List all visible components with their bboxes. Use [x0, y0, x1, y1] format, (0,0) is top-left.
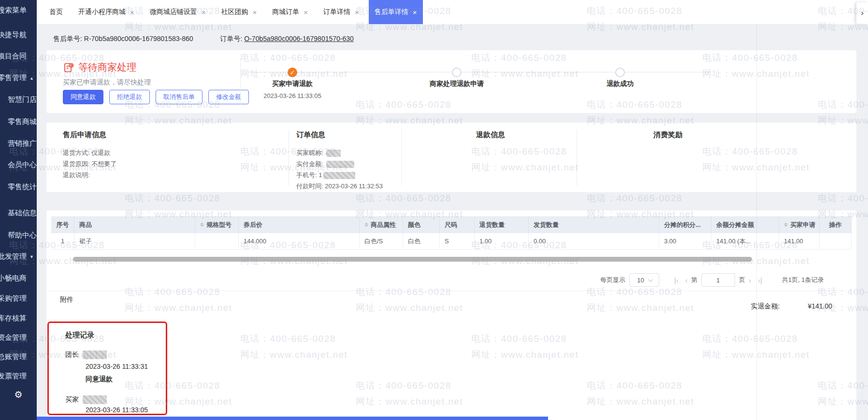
tab-label: 售后单详情	[375, 8, 408, 16]
tab-7[interactable]: 售后单详情×	[369, 0, 423, 24]
per-page-select[interactable]: 10	[629, 273, 659, 287]
sidebar-item-5[interactable]: 智慧门店	[8, 95, 37, 104]
step-time: 2023-03-26 11:33:05	[220, 92, 365, 99]
info-field: 退货方式: 仅退款	[63, 147, 116, 158]
sidebar-item-8[interactable]: 会员中心	[8, 160, 37, 169]
sidebar-item-1[interactable]: 搜索菜单	[0, 6, 27, 15]
page-prefix: 第	[691, 276, 697, 284]
sidebar-item-16[interactable]: 资金管理	[0, 333, 27, 342]
table-cell: 白色/S	[360, 233, 403, 250]
info-field-value: 仅退款	[91, 149, 110, 156]
content-edge-line	[756, 24, 757, 420]
column-header-label: 商品	[79, 221, 92, 229]
sidebar: ⚙ 搜索菜单快捷导航项目合同零售管理▲智慧门店零售商城营销推广会员中心零售统计基…	[0, 0, 37, 420]
close-icon[interactable]: ×	[304, 9, 308, 16]
sidebar-item-7[interactable]: 营销推广	[8, 139, 37, 148]
info-field-label: 付款时间:	[296, 182, 325, 190]
close-icon[interactable]: ×	[413, 9, 417, 16]
info-section-1: 售后申请信息退货方式: 仅退款退货原因: 不想要了退款说明:	[63, 130, 116, 181]
sidebar-item-3[interactable]: 项目合同	[0, 52, 27, 61]
column-header-8: 退货数量	[475, 216, 529, 233]
order-header: 售后单号: R-70b5a980c0006-1679801583-860 订单号…	[53, 35, 354, 43]
sidebar-item-label: 小畅电商	[0, 274, 27, 282]
column-header-label: 退货数量	[479, 221, 505, 229]
process-log-highlight-box: 处理记录 团长2023-03-26 11:33:31同意退款买家2023-03-…	[47, 322, 167, 415]
sidebar-item-4[interactable]: 零售管理▲	[0, 73, 34, 83]
column-header-12[interactable]: 买家申请	[779, 216, 820, 233]
column-header-11: 余额分摊金额	[711, 216, 779, 233]
tab-bar: 首页开通小程序商城×微商城店铺设置×社区团购×商城订单×订单详情×售后单详情×	[37, 0, 868, 24]
column-header-label: 尺码	[445, 221, 457, 229]
sidebar-item-15[interactable]: 库存核算	[0, 314, 27, 323]
per-page-label: 每页显示	[600, 276, 625, 284]
info-field: 手机号: 1	[296, 169, 383, 181]
sidebar-item-11[interactable]: 帮助中心	[8, 231, 37, 240]
info-section-2: 订单信息买家昵称: 实付金额: 手机号: 1付款时间: 2023-03-26 1…	[296, 130, 383, 192]
tab-6[interactable]: 订单详情×	[318, 0, 365, 24]
check-icon: ✓	[288, 68, 297, 77]
sidebar-item-18[interactable]: 发票管理	[0, 372, 27, 381]
table-row: 1裙子144.000白色/S白色S1.000.003.00141.00 (本..…	[51, 233, 852, 250]
column-header-label: 规格型号	[206, 221, 231, 229]
sidebar-item-label: 库存核算	[0, 314, 27, 322]
sidebar-item-10[interactable]: 基础信息	[8, 209, 37, 218]
close-icon[interactable]: ×	[202, 9, 206, 16]
info-section-title: 售后申请信息	[63, 130, 116, 140]
step-circle-icon	[615, 68, 625, 77]
column-header-5[interactable]: 商品属性	[360, 216, 403, 233]
sidebar-item-14[interactable]: 采购管理	[0, 294, 27, 303]
table-cell: 裙子	[74, 233, 195, 250]
order-no-link[interactable]: O-70b5a980c0006-1679801570-630	[244, 35, 354, 42]
close-icon[interactable]: ×	[253, 9, 257, 16]
gear-icon[interactable]: ⚙	[0, 389, 37, 400]
info-section-4: 消费奖励	[653, 130, 682, 147]
tab-1[interactable]: 首页	[43, 0, 69, 24]
pagination-first-icon[interactable]: |‹	[674, 276, 679, 284]
table-cell: 0.00	[529, 233, 659, 250]
table-cell: 1.00	[475, 233, 529, 250]
sort-caret-icon[interactable]	[784, 221, 788, 229]
pagination-summary: 共1页, 1条记录	[782, 276, 824, 284]
sidebar-item-17[interactable]: 总账管理	[0, 352, 27, 362]
info-field-label: 退货方式:	[63, 149, 91, 156]
sidebar-item-label: 搜索菜单	[0, 6, 27, 14]
sidebar-item-label: 总账管理	[0, 352, 27, 361]
page-number-input[interactable]: 1	[701, 273, 735, 287]
close-icon[interactable]: ×	[130, 9, 134, 16]
sidebar-item-9[interactable]: 零售统计	[8, 182, 37, 192]
tab-label: 微商城店铺设置	[150, 8, 197, 16]
table-cell: 白色	[403, 233, 440, 250]
tab-4[interactable]: 社区团购×	[216, 0, 263, 24]
tab-label: 订单详情	[323, 8, 350, 16]
sidebar-item-12[interactable]: 批发管理▼	[0, 252, 34, 261]
info-field-label: 退款说明:	[63, 171, 90, 179]
pagination-prev-icon[interactable]: ‹	[685, 276, 688, 284]
pagination: 每页显示 10 |‹ ‹ 第 1 页 › ›| 共1页, 1条记录	[600, 272, 824, 288]
attachments-label: 附件	[60, 295, 73, 304]
table-cell: 144.000	[239, 233, 360, 250]
tab-label: 开通小程序商城	[78, 8, 126, 16]
tab-scroll-button[interactable]: ›	[856, 2, 868, 24]
column-header-3[interactable]: 规格型号	[195, 216, 239, 233]
tab-3[interactable]: 微商城店铺设置×	[144, 0, 212, 24]
horizontal-scrollbar-thumb[interactable]	[73, 257, 752, 262]
info-field-label: 买家昵称:	[296, 149, 325, 156]
sidebar-item-13[interactable]: 小畅电商	[0, 274, 27, 283]
close-icon[interactable]: ×	[355, 9, 359, 16]
column-header-label: 商品属性	[371, 221, 396, 229]
masked-value	[83, 395, 107, 404]
tab-5[interactable]: 商城订单×	[266, 0, 314, 24]
tab-2[interactable]: 开通小程序商城×	[72, 0, 140, 24]
sort-caret-icon[interactable]	[364, 221, 368, 229]
info-section-3: 退款信息	[476, 130, 505, 147]
pagination-next-icon[interactable]: ›	[749, 276, 751, 284]
pagination-last-icon[interactable]: ›|	[758, 276, 762, 284]
sidebar-item-2[interactable]: 快捷导航	[0, 30, 27, 40]
sort-asc-icon	[364, 221, 368, 224]
column-header-4: 券后价	[239, 216, 360, 233]
sidebar-item-6[interactable]: 零售商城	[8, 117, 37, 126]
table-cell: 3.00	[659, 233, 711, 250]
step-label: 商家处理退款申请	[384, 80, 529, 88]
sort-caret-icon[interactable]	[200, 221, 204, 229]
table-header-row: 序号商品规格型号券后价商品属性颜色尺码退货数量发货数量分摊的积分...余额分摊金…	[51, 216, 852, 233]
